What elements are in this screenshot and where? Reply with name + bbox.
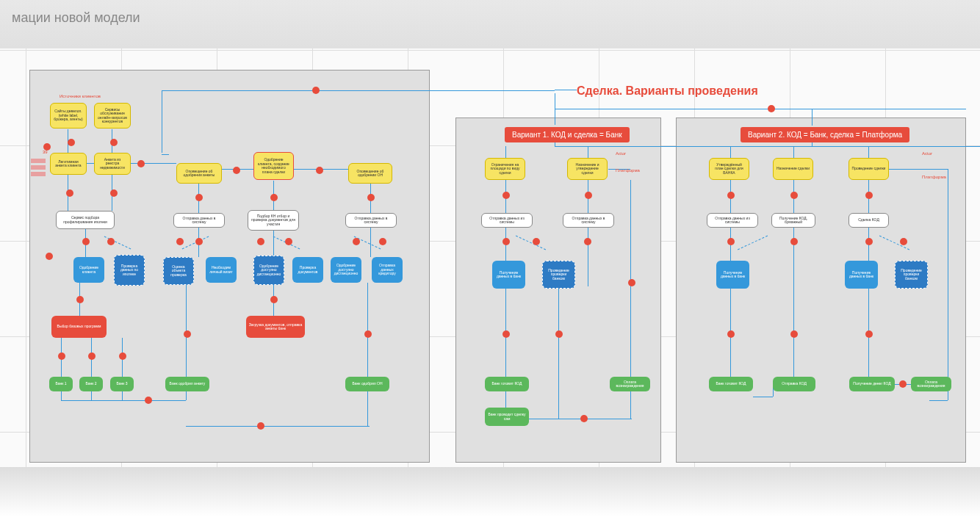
gn-8[interactable]: Оплата вознаграждения [610,377,650,391]
gn-1[interactable]: Банк 1 [49,377,73,391]
wn-5[interactable]: Отправка данных из системы [481,213,533,228]
gn-4[interactable]: Банк одобрил анкету [165,377,209,391]
dot-37 [502,330,510,338]
cn-g45 [186,426,370,427]
yn-9[interactable]: Назначение и утверждение сделки [567,158,608,180]
cn-d [555,109,966,109]
banner-variant1: Вариант 1. КОД и сделка = Банк [505,127,630,142]
wn-1[interactable]: Сервис подбора профилирования ипотеки [56,211,115,229]
bn-10[interactable]: Проведение проверки банком [542,261,575,289]
cn-e [812,109,813,126]
gn-9[interactable]: Банк готовит КОД [709,377,753,391]
wn-8[interactable]: Получение КОД, бумажный [771,213,815,228]
stub-1 [31,159,46,163]
yn-4[interactable]: Анкета из реестра недвижимости [94,153,131,175]
bn-2[interactable]: Проверка данных по ипотеке [114,255,145,286]
yn-11[interactable]: Назначение сделки [773,158,813,180]
yn-5[interactable]: Оповещение об одобрении анкеты [176,163,222,184]
cn-w4b [370,228,371,257]
gn-12[interactable]: Оплата вознаграждения [911,377,951,391]
cn-b [162,90,555,91]
dot-49 [790,330,798,338]
cn-g5d [367,391,368,426]
diagram-canvas[interactable]: мации новой модели Сделка. Варианты пров… [0,0,980,517]
cn-p2k [558,286,559,419]
bn-7[interactable]: Одобрение доступно дистанционно [331,257,361,283]
dot-25 [119,352,126,360]
dot-26 [145,397,152,404]
dot-46 [865,238,873,245]
cn-k [730,146,731,158]
dot-7 [316,167,323,174]
bn-4[interactable]: Необходим личный визит [206,257,237,283]
bottom-fade [0,467,980,517]
dot-8 [66,189,73,197]
gn-11[interactable]: Получение денег КОД [849,377,895,391]
cn-p3e [793,228,794,377]
cn-gb1 [61,391,62,400]
wn-2[interactable]: Отправка данных в систему [173,213,225,228]
yn-3[interactable]: Легитимная анкета клиента [50,153,87,175]
yn-2[interactable]: Сервисы обслуживания онлайн-запросов кон… [94,103,131,129]
dot-48 [727,330,735,338]
dot-11 [270,194,278,201]
yn-6[interactable]: Одобрение клиента, создание необходимого… [253,152,294,180]
cn-i [505,146,506,158]
wn-7[interactable]: Отправка данных из системы [707,213,758,228]
gn-7[interactable]: Банк проводит сделку сам [485,408,529,426]
gn-6[interactable]: Банк готовит КОД [485,377,529,391]
source-label: Источники клиентов [60,94,101,98]
gn-10[interactable]: Отправка КОД [773,377,815,391]
cn-a [162,90,162,153]
dot-1 [312,87,320,94]
wn-4[interactable]: Отправка данных в систему [345,213,397,228]
yn-12[interactable]: Проведение сделки [849,158,889,180]
dot-13 [82,238,90,245]
gn-3[interactable]: Банк 3 [110,377,134,391]
dot-2 [768,105,775,112]
cn-p2g [630,180,631,377]
dot-3 [68,139,75,146]
stub-3 [31,172,46,176]
wn-9[interactable]: Сделка КОД [849,213,889,228]
dot-36 [584,238,591,245]
cn-p2d [588,228,588,286]
gn-5[interactable]: Банк одобрил ОН [345,377,389,391]
bn-13[interactable]: Проведение проверки банком [895,261,928,289]
dot-33 [585,192,592,199]
bn-8[interactable]: Отправка данных кредитору [372,257,403,283]
wn-3[interactable]: Подбор КН отбор и проверка документов дл… [248,210,299,231]
gn-2[interactable]: Банк 2 [79,377,103,391]
dot-4 [110,139,118,146]
banner-variant2: Вариант 2. КОД = Банк, сделка = Платформ… [741,127,909,142]
wn-6[interactable]: Отправка данных в систему [563,213,614,228]
rn-2[interactable]: Загрузка документов, отправка анкеты бан… [246,316,305,338]
bn-11[interactable]: Получение данных в банк [716,261,749,289]
cn-p3l [929,400,948,401]
yn-1[interactable]: Сайты девелоп. (white label, брокера, аг… [50,103,87,129]
dot-22 [270,296,278,303]
page-title: мации новой модели [12,10,140,26]
bn-12[interactable]: Получение данных в банк [845,261,878,289]
dot-43 [865,192,873,199]
bn-1[interactable]: Одобрение клиента [73,257,104,283]
rn-1[interactable]: Выбор базовых программ [51,316,107,338]
dot-51 [899,380,907,388]
dot-15 [176,238,184,245]
bn-3[interactable]: Оценка объекта проверка [163,257,194,285]
cn-p3n [948,169,948,180]
stub-2 [31,165,46,170]
platform-label-1: Платформа [616,168,640,173]
dot-10 [195,194,203,201]
dot-28 [184,330,191,338]
cn-p3k [948,180,948,400]
cn-gb2 [91,391,92,400]
dot-29 [364,330,372,338]
dot-18 [285,238,292,245]
bn-6[interactable]: Проверка документов [292,257,323,283]
bn-9[interactable]: Получение данных в банк [492,261,525,289]
bn-5[interactable]: Одобрение доступно дистанционно [253,256,284,285]
yn-8[interactable]: Ограничения на площади по виду сделки [485,158,525,180]
yn-7[interactable]: Оповещение об одобрении ОН [348,163,392,184]
yn-10[interactable]: Утверждённый план сделки для БАНКА [709,158,749,180]
